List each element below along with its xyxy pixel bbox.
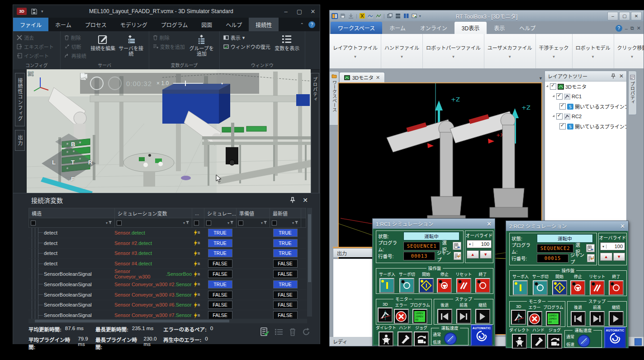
- help-icon[interactable]: ?: [308, 21, 315, 28]
- jump-button[interactable]: [587, 254, 595, 262]
- tab-オンライン[interactable]: オンライン: [413, 22, 455, 34]
- mode-button-ジョグ[interactable]: [414, 331, 429, 346]
- tab-モデリング[interactable]: モデリング: [114, 18, 154, 31]
- op-button-サーボ切[interactable]: [399, 278, 414, 293]
- filter-box-icon[interactable]: [194, 221, 199, 226]
- tab-ヘルプ[interactable]: ヘルプ: [219, 18, 249, 31]
- op-button-終了[interactable]: [609, 280, 624, 295]
- ribbon-button-export[interactable]: エキスポート: [17, 43, 54, 50]
- view-cube-front[interactable]: F: [71, 176, 75, 182]
- horizontal-scrollbar[interactable]: [28, 319, 307, 323]
- tab-3D表示[interactable]: 3D表示: [455, 22, 487, 34]
- doc-restore-icon[interactable]: ⧉: [630, 25, 634, 31]
- cascade-windows-icon[interactable]: [387, 13, 393, 19]
- viewport-side-tools[interactable]: [28, 71, 35, 144]
- mode-button-ハンド[interactable]: [398, 331, 412, 346]
- checkbox[interactable]: [550, 83, 556, 90]
- save-icon[interactable]: [30, 8, 38, 14]
- pin-icon[interactable]: [290, 197, 295, 204]
- validate-list-icon[interactable]: [260, 327, 269, 336]
- step-button-前進[interactable]: [456, 309, 471, 324]
- override-field[interactable]: ▾100: [600, 242, 625, 250]
- close-button[interactable]: ✕: [631, 12, 642, 20]
- 3d-viewport[interactable]: 0:00:32 × 1.0 ▾ B L T R F: [27, 69, 311, 193]
- column-filter[interactable]: ▾: [115, 218, 192, 227]
- delete-trash-icon[interactable]: [289, 327, 296, 336]
- op-button-停止[interactable]: [570, 280, 585, 295]
- mode-button-ダイレクト[interactable]: [512, 334, 527, 349]
- column-header[interactable]: ...: [192, 208, 204, 218]
- override-down-button[interactable]: ▼: [613, 253, 625, 261]
- minimize-button[interactable]: –: [607, 12, 618, 20]
- monitor-button-プログラム[interactable]: 10MOV20MOV80 ···: [546, 311, 561, 326]
- monitor-button-エラー[interactable]: [394, 309, 409, 324]
- monitor-button-3D[interactable]: [511, 310, 526, 325]
- tree-item-RC2[interactable]: RC2: [545, 111, 626, 121]
- table-row[interactable]: SensorBooleanSignalSensor Conveyor_w300 …: [28, 290, 306, 300]
- filter-box-icon[interactable]: [206, 221, 211, 226]
- dock-tab-properties[interactable]: プロパティ: [311, 73, 319, 200]
- ribbon-button-clear[interactable]: 消去: [17, 34, 54, 41]
- checkbox[interactable]: [556, 113, 563, 120]
- filter-box-icon[interactable]: [272, 221, 277, 226]
- pin-icon[interactable]: [611, 73, 616, 79]
- ribbon-button-display[interactable]: 表示▾: [223, 34, 270, 41]
- tree-item-開いているスプラインフ[interactable]: S開いているスプラインフ: [545, 101, 626, 111]
- column-filter[interactable]: ▾: [270, 218, 301, 227]
- speed-slider[interactable]: [173, 83, 203, 84]
- ribbon-button-var-add[interactable]: 変数を追加: [153, 43, 185, 50]
- table-row[interactable]: detectSensor.detectBTRUETRUE: [28, 228, 306, 238]
- collapse-ribbon-icon[interactable]: ⌃: [300, 22, 304, 27]
- monitor-button-エラー[interactable]: [527, 311, 542, 326]
- table-row[interactable]: detectSensor #2.detectBTRUETRUE: [28, 238, 306, 249]
- sim-panel-titlebar[interactable]: 1:RC1 シミュレーション✕: [373, 219, 495, 229]
- select-program-button[interactable]: [586, 244, 595, 252]
- ribbon-button-show-vars[interactable]: 変数を表示: [273, 34, 301, 51]
- automatic-button[interactable]: AUTOMATIC: [471, 325, 492, 346]
- transfer-icon[interactable]: [348, 13, 354, 19]
- doc-minimize-icon[interactable]: –: [625, 26, 628, 31]
- refresh-icon[interactable]: [302, 327, 311, 336]
- tab-ヘルプ[interactable]: ヘルプ: [512, 22, 543, 34]
- column-header[interactable]: シミュレーション変数: [115, 208, 192, 218]
- override-up-button[interactable]: ▲: [600, 253, 612, 261]
- automatic-button[interactable]: AUTOMATIC: [604, 327, 626, 348]
- tab-file[interactable]: ファイル: [13, 18, 48, 31]
- titlebar[interactable]: 3D ▾ MEL100_Layout_FAADD_RT.vcmx - 3D Si…: [13, 5, 320, 18]
- tile-horizontal-icon[interactable]: [395, 13, 401, 19]
- tree-item-開いているスプラインフ[interactable]: S開いているスプラインフ: [545, 121, 626, 131]
- step-button-後退[interactable]: [437, 309, 452, 324]
- tree-item-3Dモニタ[interactable]: 3Dモニタ: [545, 82, 626, 91]
- ribbon-button-クリック移動[interactable]: クリック移動▼: [614, 34, 644, 68]
- ribbon-button-レイアウトファイル[interactable]: レイアウトファイル▼: [330, 34, 381, 68]
- vertical-scrollbar[interactable]: [307, 208, 312, 317]
- checkbox[interactable]: [559, 123, 566, 130]
- tab-プロセス[interactable]: プロセス: [78, 18, 114, 31]
- tab-connectivity[interactable]: 接続性: [249, 18, 279, 31]
- close-panel-icon[interactable]: ✕: [303, 197, 308, 204]
- select-program-button[interactable]: [453, 242, 461, 250]
- ribbon-button-干渉チェック[interactable]: 干渉チェック▼: [536, 34, 573, 68]
- tree-item-RC1[interactable]: RC1: [545, 91, 626, 101]
- qat-dropdown-icon[interactable]: ▾: [419, 14, 421, 18]
- filter-box-icon[interactable]: [31, 221, 36, 226]
- dock-tab-connectivity-config[interactable]: 接続性コンフィグ: [15, 73, 25, 126]
- maximize-button[interactable]: ▢: [293, 5, 306, 18]
- tab-ホーム[interactable]: ホーム: [382, 22, 413, 34]
- maximize-button[interactable]: ▢: [619, 12, 630, 20]
- ribbon-button-restore[interactable]: ウィンドウの復元: [223, 43, 270, 50]
- tab-表示[interactable]: 表示: [487, 22, 512, 34]
- step-button-後退[interactable]: [571, 311, 586, 326]
- speed-dial[interactable]: [577, 334, 591, 348]
- expander-icon[interactable]: [546, 85, 549, 88]
- tab-図面[interactable]: 図面: [194, 18, 219, 31]
- mode-button-ダイレクト[interactable]: [379, 331, 393, 346]
- step-button-継続[interactable]: [475, 309, 490, 324]
- tab-list-dropdown-icon[interactable]: ▼: [539, 76, 543, 82]
- speed-dial[interactable]: [444, 332, 457, 346]
- monitor-button-3D[interactable]: [378, 307, 393, 322]
- column-filter[interactable]: ▾: [237, 218, 270, 227]
- op-button-リセット[interactable]: [590, 280, 605, 295]
- ribbon-button-import[interactable]: インポート: [17, 52, 54, 59]
- properties-dock-tab[interactable]: プロパティ: [628, 71, 637, 115]
